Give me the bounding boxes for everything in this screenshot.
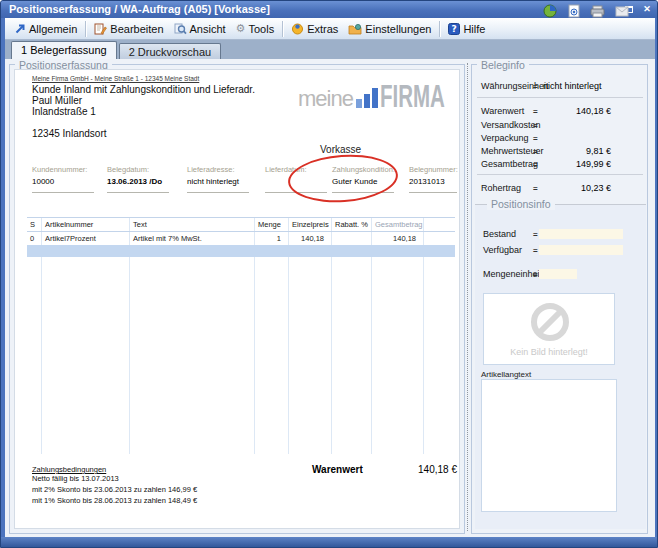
app-window: Positionserfassung / WA-Auftrag (A05) [V… [0, 0, 658, 548]
table-row[interactable]: 0 Artikel7Prozent Artikel mit 7% MwSt. 1… [27, 232, 455, 245]
close-button[interactable]: ✕ [640, 3, 654, 15]
tab-strip: 1 Belegerfassung 2 Druckvorschau [5, 40, 655, 59]
artikellangtext-label: Artikellangtext [481, 370, 531, 379]
col-artikelnummer: Artikelnummer [42, 218, 130, 231]
bestand-label: Bestand [483, 229, 516, 239]
selected-empty-row[interactable] [27, 245, 455, 257]
kundennummer-value[interactable]: 10000 [32, 177, 54, 186]
payment-line: mit 2% Skonto bis 23.06.2013 zu zahlen 1… [32, 485, 197, 494]
verfuegbar-label: Verfügbar [483, 245, 522, 255]
mengeneinheit-field[interactable] [539, 269, 577, 279]
no-image-text: Kein Bild hinterlegt! [483, 347, 615, 357]
col-einzelpreis: Einzelpreis [289, 218, 332, 231]
lieferadresse-value[interactable]: nicht hinterlegt [187, 177, 239, 186]
menu-label: Extras [307, 23, 338, 35]
address-line: Kunde Inland mit Zahlungskondition und L… [32, 84, 255, 95]
warenwert-value: 140,18 € [537, 106, 611, 116]
menubar: Allgemein Bearbeiten Ansicht ⚙ Tools Ext… [5, 18, 655, 40]
positions-table: S Artikelnummer Text Menge Einzelpreis R… [27, 217, 455, 454]
address-line: Inlandstraße 1 [32, 106, 96, 117]
rohertrag-value: 10,23 € [537, 183, 611, 193]
address-line: Paul Müller [32, 95, 82, 106]
arrow-up-right-icon [14, 23, 26, 35]
menu-hilfe[interactable]: ? Hilfe [443, 21, 490, 37]
tools-gear-icon: ⚙ [236, 23, 246, 34]
address-city-line: 12345 Inlandsort [32, 128, 107, 139]
red-circle-annotation [286, 151, 399, 206]
menu-einstellungen[interactable]: Einstellungen [343, 21, 436, 37]
field-label: Belegdatum: [107, 165, 149, 174]
company-logo: meine FIRMA [298, 88, 459, 108]
menu-label: Tools [248, 23, 274, 35]
window-frame-bottom [1, 537, 658, 547]
window-title: Positionserfassung / WA-Auftrag (A05) [V… [9, 3, 270, 15]
payment-terms-title: Zahlungsbedingungen [32, 465, 106, 474]
warenwert-label: Warenwert [481, 106, 524, 116]
document-type: Vorkasse [320, 144, 361, 155]
settings-icon [348, 23, 362, 35]
field-label: Kundennummer: [32, 165, 87, 174]
toolbar-separator [282, 21, 283, 37]
col-s: S [27, 218, 42, 231]
payment-line: mit 1% Skonto bis 28.06.2013 zu zahlen 1… [32, 496, 197, 505]
toolbar-separator [85, 21, 86, 37]
logo-bars-icon [356, 88, 378, 108]
equals-sign: = [533, 121, 538, 130]
printer-icon[interactable] [590, 4, 605, 18]
edit-icon [94, 23, 107, 35]
waehrungseinheit-value: nicht hinterlegt [537, 81, 637, 91]
svg-text:?: ? [452, 24, 457, 34]
equals-sign: = [533, 230, 538, 239]
logo-word-meine: meine [298, 90, 353, 108]
gesamtbetrag-label: Gesamtbetrag [481, 159, 538, 169]
equals-sign: = [533, 134, 538, 143]
view-icon [174, 23, 187, 35]
menu-tools[interactable]: ⚙ Tools [231, 21, 280, 37]
equals-sign: = [533, 246, 538, 255]
belegnummer-value[interactable]: 20131013 [409, 177, 445, 186]
print-preview-icon[interactable] [566, 4, 581, 18]
mail-icon[interactable] [614, 4, 629, 18]
toolbar-separator [439, 21, 440, 37]
bestand-field[interactable] [539, 229, 623, 239]
warenwert-total-value: 140,18 € [395, 464, 457, 475]
mehrwertsteuer-value: 9,81 € [537, 146, 611, 156]
tab-belegerfassung[interactable]: 1 Belegerfassung [11, 41, 117, 59]
verfuegbar-field[interactable] [539, 245, 623, 255]
warenwert-total-label: Warenwert [312, 464, 363, 475]
menu-bearbeiten[interactable]: Bearbeiten [89, 21, 168, 37]
verpackung-label: Verpackung [481, 133, 529, 143]
field-label: Belegnummer: [409, 165, 458, 174]
rohertrag-label: Rohertrag [481, 183, 521, 193]
table-header-row: S Artikelnummer Text Menge Einzelpreis R… [27, 217, 455, 232]
menu-extras[interactable]: Extras [286, 20, 343, 37]
table-empty-area[interactable] [27, 257, 455, 454]
belegdatum-value[interactable]: 13.06.2013 /Do [107, 177, 162, 186]
menu-label: Einstellungen [365, 23, 431, 35]
separator [477, 97, 643, 98]
extras-icon [291, 22, 304, 35]
document-preview: Meine Firma GmbH - Meine Straße 1 - 1234… [14, 69, 460, 529]
menu-label: Ansicht [190, 23, 226, 35]
sender-line: Meine Firma GmbH - Meine Straße 1 - 1234… [32, 75, 199, 82]
artikellangtext-field[interactable] [481, 379, 617, 512]
no-image-icon [530, 302, 570, 342]
col-gesamtbetrag: Gesamtbetrag [372, 218, 424, 231]
beleginfo-group-label: Beleginfo [477, 59, 529, 71]
col-rabatt: Rabatt. % [332, 218, 372, 231]
col-text: Text [130, 218, 255, 231]
col-menge: Menge [255, 218, 289, 231]
pie-chart-icon[interactable] [542, 4, 557, 18]
menu-allgemein[interactable]: Allgemein [9, 21, 82, 37]
menu-label: Bearbeiten [110, 23, 163, 35]
logo-word-firma: FIRMA [380, 83, 445, 108]
separator [477, 174, 643, 175]
tab-druckvorschau[interactable]: 2 Druckvorschau [119, 43, 222, 59]
positionsinfo-group-label: Positionsinfo [487, 198, 555, 210]
field-label: Lieferadresse: [187, 165, 235, 174]
panel-splitter[interactable] [467, 63, 468, 531]
menu-label: Allgemein [29, 23, 77, 35]
help-icon: ? [448, 23, 460, 35]
menu-ansicht[interactable]: Ansicht [169, 21, 231, 37]
gesamtbetrag-value: 149,99 € [537, 159, 611, 169]
